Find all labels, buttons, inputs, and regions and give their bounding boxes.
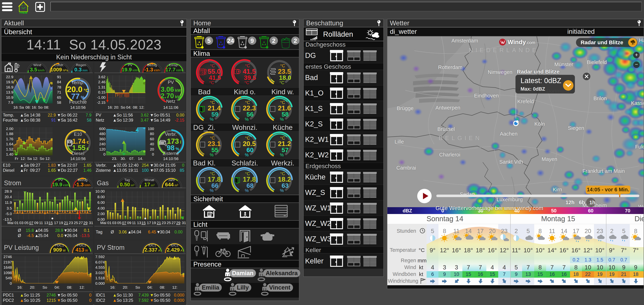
svg-text:Bezug: Bezug (147, 63, 157, 67)
svg-text:%: % (245, 117, 248, 122)
svg-text:%: % (280, 152, 284, 157)
svg-text:E10: E10 (74, 132, 82, 137)
svg-text:%: % (280, 188, 284, 193)
svg-text:%: % (280, 117, 284, 122)
svg-text:Temp.: Temp. (71, 80, 84, 85)
svg-text:%: % (210, 117, 214, 122)
svg-text:%: % (210, 152, 214, 157)
svg-text:PDC1: PDC1 (55, 243, 64, 247)
svg-text:°C: °C (245, 100, 250, 105)
svg-text:Luftdr.: Luftdr. (54, 63, 64, 67)
svg-text:°C: °C (280, 80, 284, 85)
svg-text:Diesel: Diesel (72, 151, 84, 156)
svg-text:°C: °C (245, 136, 250, 140)
svg-text:IDC2: IDC2 (171, 243, 178, 247)
svg-text:°C: °C (210, 171, 215, 176)
svg-text:°C: °C (244, 80, 249, 85)
svg-text:Zisterne: Zisterne (163, 151, 179, 156)
svg-text:Verbr.: Verbr. (165, 132, 176, 137)
svg-text:°C: °C (280, 100, 285, 105)
svg-text:Regen: Regen (76, 63, 86, 67)
svg-text:Tag: Tag (124, 178, 130, 182)
svg-text:PV: PV (58, 178, 63, 182)
svg-text:°C: °C (210, 136, 215, 140)
svg-text:%: % (210, 188, 214, 193)
svg-text:°C: °C (280, 63, 285, 68)
svg-text:PV: PV (168, 80, 174, 85)
svg-text:%: % (245, 152, 248, 157)
svg-text:PV: PV (128, 63, 132, 67)
svg-text:Wind: Wind (33, 63, 41, 67)
svg-text:Netz: Netz (166, 99, 175, 104)
svg-text:AUTO: AUTO (310, 38, 316, 40)
svg-text:FHEM: FHEM (20, 11, 27, 14)
svg-text:°C: °C (210, 63, 215, 68)
svg-text:PDC2: PDC2 (77, 243, 86, 247)
svg-text:°C: °C (280, 136, 285, 140)
svg-text:Bezug: Bezug (78, 178, 88, 182)
svg-text:IDC1: IDC1 (148, 243, 156, 247)
svg-text:°C: °C (209, 80, 214, 85)
svg-text:°C: °C (210, 100, 215, 105)
svg-text:Jahr: Jahr (168, 178, 175, 182)
svg-text:Monat: Monat (145, 178, 154, 182)
svg-text:°C: °C (245, 171, 250, 176)
svg-text:Einsp.: Einsp. (169, 63, 179, 67)
svg-text:°C: °C (280, 171, 285, 176)
svg-text:°C: °C (245, 63, 250, 68)
svg-text:%: % (245, 188, 248, 193)
svg-text:Feuchte: Feuchte (69, 99, 87, 104)
